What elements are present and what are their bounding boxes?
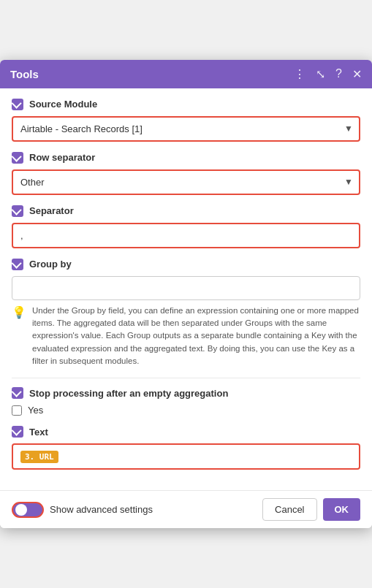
row-separator-section: Row separator Other ▼ [12, 152, 360, 195]
title-bar: Tools ⋮ ⤡ ? ✕ [0, 60, 372, 88]
source-module-section: Source Module Airtable - Search Records … [12, 99, 360, 142]
yes-checkbox-row: Yes [12, 405, 360, 416]
footer-buttons: Cancel OK [262, 498, 360, 521]
separator-label: Separator [29, 205, 74, 216]
text-label: Text [29, 427, 48, 438]
ok-button[interactable]: OK [323, 498, 361, 521]
stop-processing-toggle[interactable] [12, 387, 23, 399]
close-icon[interactable]: ✕ [352, 67, 362, 81]
group-by-header: Group by [12, 259, 360, 270]
advanced-settings-toggle-wrapper: Show advanced settings [12, 502, 153, 518]
text-toggle[interactable] [12, 426, 23, 438]
stop-processing-label: Stop processing after an empty aggregati… [29, 388, 228, 399]
source-module-select[interactable]: Airtable - Search Records [1] [12, 116, 360, 142]
row-separator-toggle[interactable] [12, 152, 23, 164]
separator-input[interactable]: , [12, 223, 360, 248]
row-separator-select-wrapper: Other ▼ [12, 169, 360, 195]
advanced-settings-toggle[interactable] [12, 502, 44, 518]
dialog-title: Tools [10, 68, 39, 80]
text-header: Text [12, 426, 360, 438]
tools-dialog: Tools ⋮ ⤡ ? ✕ Source Module Airtable - S… [0, 60, 372, 528]
group-by-label: Group by [29, 259, 72, 270]
yes-label: Yes [28, 405, 43, 416]
row-separator-header: Row separator [12, 152, 360, 164]
separator-section: Separator , [12, 205, 360, 248]
yes-checkbox[interactable] [12, 405, 22, 416]
help-icon[interactable]: ? [335, 67, 342, 80]
separator-header: Separator [12, 205, 360, 217]
text-input-field[interactable]: 3. URL [12, 443, 360, 470]
group-by-input[interactable] [12, 276, 360, 300]
section-divider [12, 378, 360, 378]
dialog-footer: Show advanced settings Cancel OK [0, 490, 372, 528]
group-by-section: Group by 💡 Under the Group by field, you… [12, 259, 360, 367]
source-module-header: Source Module [12, 99, 360, 110]
group-by-hint: 💡 Under the Group by field, you can defi… [12, 305, 360, 367]
row-separator-label: Row separator [29, 152, 95, 163]
menu-icon[interactable]: ⋮ [294, 67, 305, 81]
group-by-hint-text: Under the Group by field, you can define… [32, 305, 360, 367]
group-by-toggle[interactable] [12, 259, 23, 270]
source-module-label: Source Module [29, 99, 97, 110]
title-bar-icons: ⋮ ⤡ ? ✕ [294, 67, 362, 81]
expand-icon[interactable]: ⤡ [316, 67, 325, 81]
advanced-settings-label: Show advanced settings [50, 504, 153, 515]
source-module-toggle[interactable] [12, 99, 23, 110]
dialog-content: Source Module Airtable - Search Records … [0, 88, 372, 490]
toggle-knob [15, 504, 27, 516]
text-section: Text 3. URL [12, 426, 360, 470]
source-module-select-wrapper: Airtable - Search Records [1] ▼ [12, 116, 360, 142]
url-tag-badge: 3. URL [20, 451, 58, 463]
row-separator-select[interactable]: Other [12, 169, 360, 195]
stop-processing-section: Stop processing after an empty aggregati… [12, 387, 360, 416]
stop-processing-header: Stop processing after an empty aggregati… [12, 387, 360, 399]
cancel-button[interactable]: Cancel [262, 498, 316, 521]
separator-toggle[interactable] [12, 205, 23, 217]
hint-bulb-icon: 💡 [12, 305, 26, 367]
